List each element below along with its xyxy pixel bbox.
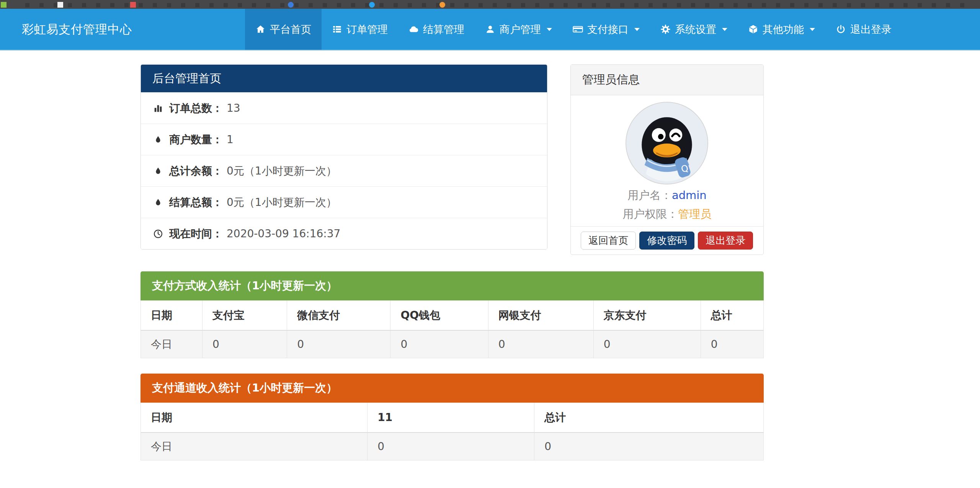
table-header-cell: QQ钱包 <box>390 300 488 330</box>
power-icon <box>836 24 846 34</box>
nav-item-label: 系统设置 <box>675 23 716 36</box>
admin-panel-title: 管理员信息 <box>571 65 763 95</box>
nav-item-label: 支付接口 <box>587 23 629 36</box>
nav-item-label: 平台首页 <box>270 23 311 36</box>
droplet-icon <box>152 166 164 176</box>
stat-label: 订单总数： <box>169 101 223 116</box>
main-nav: 平台首页 订单管理 结算管理 商户管理 支付接口 系统设置 其他功能 <box>245 9 902 50</box>
stat-label: 总计余额： <box>169 164 223 178</box>
nav-item-order-management[interactable]: 订单管理 <box>322 9 398 50</box>
table-header-cell: 京东支付 <box>593 300 701 330</box>
gear-icon <box>660 24 671 34</box>
stat-value: 0元（1小时更新一次） <box>227 164 337 178</box>
logout-button[interactable]: 退出登录 <box>698 232 753 250</box>
role-label: 用户权限： <box>622 207 678 220</box>
qq-penguin-avatar: Q <box>626 102 708 184</box>
droplet-icon <box>152 197 164 208</box>
table-cell: 0 <box>488 330 593 358</box>
chevron-down-icon <box>722 28 727 31</box>
table-header-cell: 总计 <box>534 403 764 433</box>
nav-item-settlement-management[interactable]: 结算管理 <box>398 9 475 50</box>
role-badge: 管理员 <box>678 207 711 220</box>
table-header-row: 日期 11 总计 <box>141 403 764 433</box>
table-header-cell: 网银支付 <box>488 300 593 330</box>
admin-panel-footer: 返回首页 修改密码 退出登录 <box>571 226 763 255</box>
nav-item-label: 商户管理 <box>500 23 541 36</box>
nav-item-other-functions[interactable]: 其他功能 <box>738 9 825 50</box>
table-header-cell: 微信支付 <box>287 300 390 330</box>
admin-panel: 管理员信息 Q <box>570 64 764 255</box>
table-cell: 今日 <box>141 433 368 460</box>
table-header-row: 日期 支付宝 微信支付 QQ钱包 网银支付 京东支付 总计 <box>141 300 764 330</box>
pay-channel-stats-panel: 支付通道收入统计（1小时更新一次） 日期 11 总计 今日 0 0 <box>140 374 764 460</box>
stat-row-total-balance: 总计余额： 0元（1小时更新一次） <box>141 155 547 186</box>
navbar-brand[interactable]: 彩虹易支付管理中心 <box>22 9 132 50</box>
table-header-cell: 11 <box>368 403 534 433</box>
cube-icon <box>748 24 758 34</box>
clock-icon <box>152 228 164 239</box>
favicon <box>130 2 136 8</box>
stat-label: 现在时间： <box>169 227 223 241</box>
table-header-cell: 日期 <box>141 300 203 330</box>
table-cell: 0 <box>368 433 534 460</box>
stat-label: 商户数量： <box>169 132 223 147</box>
username-link[interactable]: admin <box>672 189 707 202</box>
chevron-down-icon <box>634 28 640 31</box>
chevron-down-icon <box>810 28 815 31</box>
table-cell: 0 <box>534 433 764 460</box>
credit-card-icon <box>573 24 583 34</box>
browser-strip <box>0 0 980 9</box>
favicon <box>57 2 63 8</box>
nav-item-system-settings[interactable]: 系统设置 <box>650 9 738 50</box>
pay-method-stats-table: 日期 支付宝 微信支付 QQ钱包 网银支付 京东支付 总计 今日 0 0 0 0… <box>140 300 764 358</box>
table-header-cell: 总计 <box>701 300 763 330</box>
nav-item-merchant-management[interactable]: 商户管理 <box>475 9 562 50</box>
nav-item-logout[interactable]: 退出登录 <box>825 9 902 50</box>
back-home-button[interactable]: 返回首页 <box>581 232 636 250</box>
dashboard-panel-title: 后台管理首页 <box>141 65 547 92</box>
role-line: 用户权限：管理员 <box>571 207 763 222</box>
stat-label: 结算总额： <box>169 195 223 210</box>
nav-item-label: 其他功能 <box>763 23 804 36</box>
stat-row-order-total: 订单总数： 13 <box>141 92 547 124</box>
chevron-down-icon <box>547 28 552 31</box>
droplet-icon <box>152 134 164 145</box>
user-icon <box>485 24 495 34</box>
username-label: 用户名： <box>627 189 672 202</box>
table-cell: 0 <box>701 330 763 358</box>
dashboard-panel: 后台管理首页 订单总数： 13 商户数量： 1 总计余额： 0元（1小时更新一次… <box>140 64 547 250</box>
pay-channel-stats-title: 支付通道收入统计（1小时更新一次） <box>140 374 764 403</box>
bar-chart-icon <box>152 103 164 114</box>
favicon <box>288 2 294 8</box>
nav-item-label: 订单管理 <box>346 23 388 36</box>
stat-value: 0元（1小时更新一次） <box>227 195 337 210</box>
stat-row-current-time: 现在时间： 2020-03-09 16:16:37 <box>141 218 547 249</box>
list-icon <box>332 24 342 34</box>
pay-method-stats-title: 支付方式收入统计（1小时更新一次） <box>140 271 764 300</box>
favicon <box>1 2 7 8</box>
stat-row-merchant-count: 商户数量： 1 <box>141 124 547 155</box>
pay-method-stats-panel: 支付方式收入统计（1小时更新一次） 日期 支付宝 微信支付 QQ钱包 网银支付 … <box>140 271 764 358</box>
change-password-button[interactable]: 修改密码 <box>639 232 694 250</box>
table-row: 今日 0 0 <box>141 433 764 460</box>
stat-value: 1 <box>227 133 234 146</box>
navbar: 彩虹易支付管理中心 平台首页 订单管理 结算管理 商户管理 支付接口 系统设置 <box>0 9 980 51</box>
table-header-cell: 支付宝 <box>203 300 287 330</box>
table-row: 今日 0 0 0 0 0 0 <box>141 330 764 358</box>
stat-value: 2020-03-09 16:16:37 <box>227 227 340 240</box>
table-header-cell: 日期 <box>141 403 368 433</box>
favicon <box>369 2 375 8</box>
username-line: 用户名：admin <box>571 188 763 203</box>
home-icon <box>255 24 266 34</box>
stat-row-settlement-total: 结算总额： 0元（1小时更新一次） <box>141 186 547 218</box>
nav-item-label: 结算管理 <box>423 23 464 36</box>
nav-item-payment-interface[interactable]: 支付接口 <box>562 9 650 50</box>
table-cell: 今日 <box>141 330 203 358</box>
cloud-icon <box>408 24 419 34</box>
table-cell: 0 <box>390 330 488 358</box>
nav-item-label: 退出登录 <box>850 23 892 36</box>
table-cell: 0 <box>287 330 390 358</box>
nav-item-platform-home[interactable]: 平台首页 <box>245 9 322 50</box>
favicon <box>439 2 445 8</box>
table-cell: 0 <box>593 330 701 358</box>
